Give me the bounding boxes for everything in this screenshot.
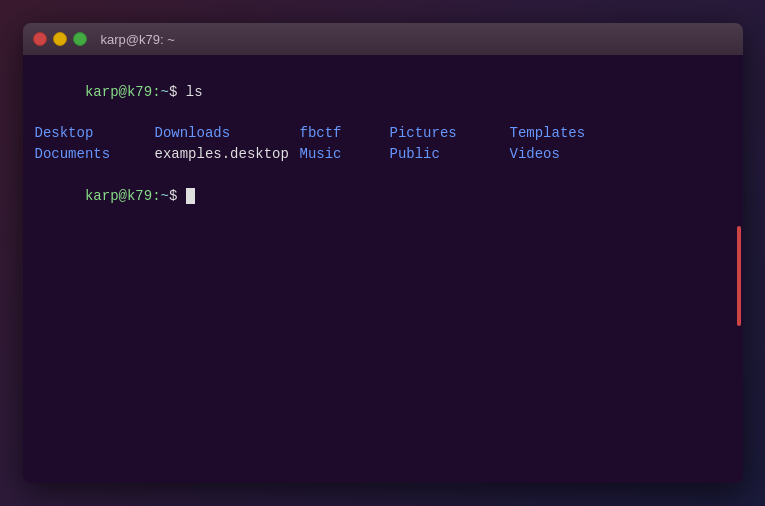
file-examples-desktop: examples.desktop — [155, 145, 300, 165]
dir-pictures: Pictures — [390, 124, 510, 144]
close-button[interactable] — [33, 32, 47, 46]
dir-templates: Templates — [510, 124, 640, 144]
dir-fbctf: fbctf — [300, 124, 390, 144]
window-controls — [33, 32, 87, 46]
dir-downloads: Downloads — [155, 124, 300, 144]
prompt-user-1: karp@k79: — [85, 84, 161, 100]
prompt-user-2: karp@k79: — [85, 188, 161, 204]
dir-desktop: Desktop — [35, 124, 155, 144]
ls-output-row1: Desktop Downloads fbctf Pictures Templat… — [35, 124, 731, 144]
ls-output-row2: Documents examples.desktop Music Public … — [35, 145, 731, 165]
terminal-cursor — [186, 188, 195, 204]
prompt-symbol-1: $ — [169, 84, 186, 100]
command-text-1: ls — [186, 84, 203, 100]
dir-music: Music — [300, 145, 390, 165]
minimize-button[interactable] — [53, 32, 67, 46]
title-bar: karp@k79: ~ — [23, 23, 743, 55]
command-line-1: karp@k79:~$ ls — [35, 63, 731, 122]
scrollbar[interactable] — [737, 226, 741, 326]
prompt-dir-2: ~ — [161, 188, 169, 204]
dir-documents: Documents — [35, 145, 155, 165]
command-line-2: karp@k79:~$ — [35, 167, 731, 226]
prompt-symbol-2: $ — [169, 188, 186, 204]
terminal-window: karp@k79: ~ karp@k79:~$ ls Desktop Downl… — [23, 23, 743, 483]
window-title: karp@k79: ~ — [101, 32, 175, 47]
maximize-button[interactable] — [73, 32, 87, 46]
dir-public: Public — [390, 145, 510, 165]
dir-videos: Videos — [510, 145, 640, 165]
terminal-body[interactable]: karp@k79:~$ ls Desktop Downloads fbctf P… — [23, 55, 743, 483]
prompt-dir-1: ~ — [161, 84, 169, 100]
